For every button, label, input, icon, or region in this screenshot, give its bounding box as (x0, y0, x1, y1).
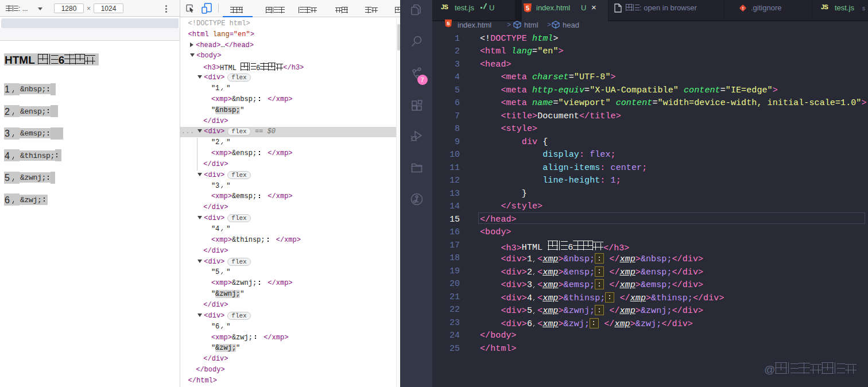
svg-text:5: 5 (526, 5, 529, 11)
svg-text:5: 5 (447, 20, 450, 26)
svg-text:!: ! (742, 6, 744, 11)
